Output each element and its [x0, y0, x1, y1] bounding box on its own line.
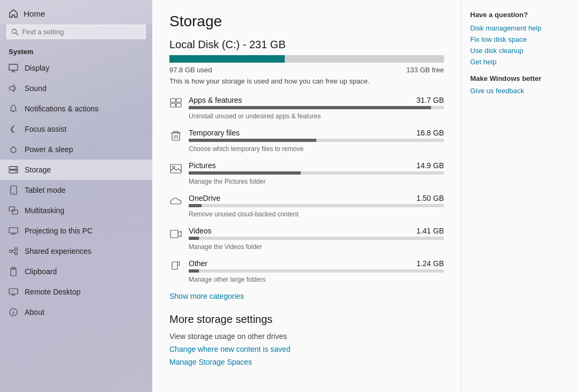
sidebar-item-focus[interactable]: Focus assist — [0, 119, 152, 139]
show-more-categories-link[interactable]: Show more categories — [169, 292, 244, 300]
svg-rect-33 — [170, 99, 175, 102]
svg-line-22 — [12, 250, 15, 251]
sidebar-item-sound-label: Sound — [25, 84, 46, 93]
svg-rect-43 — [170, 164, 181, 173]
sidebar-item-multitasking-label: Multitasking — [25, 206, 64, 215]
sidebar-item-tablet-label: Tablet mode — [25, 186, 65, 194]
clipboard-icon — [9, 267, 18, 276]
sidebar-item-notifications-label: Notifications & actions — [25, 104, 99, 113]
video-icon — [169, 228, 182, 240]
sidebar-item-clipboard-label: Clipboard — [25, 267, 57, 276]
storage-bar-fill — [169, 55, 285, 63]
storage-item-onedrive[interactable]: OneDrive 1.50 GB Remove unused cloud-bac… — [169, 194, 444, 218]
home-icon — [9, 9, 18, 18]
sidebar-item-notifications[interactable]: Notifications & actions — [0, 99, 152, 119]
temp-size: 16.8 GB — [417, 129, 444, 137]
svg-point-11 — [16, 171, 17, 172]
sidebar-item-about[interactable]: About — [0, 302, 152, 322]
sidebar-item-display-label: Display — [25, 64, 49, 72]
search-box[interactable] — [6, 25, 146, 39]
svg-line-29 — [11, 290, 13, 292]
storage-bar-container — [169, 55, 444, 63]
apps-size: 31.7 GB — [417, 96, 444, 104]
sidebar-item-storage-label: Storage — [25, 165, 51, 174]
sidebar-item-remote-label: Remote Desktop — [25, 288, 80, 296]
sidebar-item-display[interactable]: Display — [0, 58, 152, 78]
shared-icon — [9, 246, 18, 256]
svg-point-32 — [13, 310, 14, 311]
storage-item-apps[interactable]: Apps & features 31.7 GB Uninstall unused… — [169, 96, 444, 120]
storage-icon — [9, 165, 18, 175]
sidebar-item-shared[interactable]: Shared experiences — [0, 241, 152, 261]
system-section-label: System — [0, 43, 152, 58]
fix-disk-link[interactable]: Fix low disk space — [470, 35, 570, 43]
videos-size: 1.41 GB — [417, 227, 444, 235]
project-icon — [9, 226, 18, 236]
svg-point-21 — [15, 252, 18, 255]
sidebar-home-label: Home — [24, 9, 45, 18]
pictures-size: 14.9 GB — [417, 161, 444, 170]
right-panel: Have a question? Disk management help Fi… — [461, 0, 579, 392]
give-feedback-link[interactable]: Give us feedback — [470, 87, 570, 95]
other-details: Other 1.24 GB Manage other large folders — [189, 259, 444, 283]
sidebar-item-tablet[interactable]: Tablet mode — [0, 180, 152, 200]
make-better-label: Make Windows better — [470, 74, 570, 82]
sidebar-item-shared-label: Shared experiences — [25, 247, 92, 255]
temp-details: Temporary files 16.8 GB Choose which tem… — [189, 129, 444, 153]
temp-name: Temporary files — [189, 129, 240, 137]
disk-cleanup-link[interactable]: Use disk cleanup — [470, 47, 570, 55]
apps-name: Apps & features — [189, 96, 242, 104]
svg-rect-15 — [12, 210, 18, 214]
svg-rect-16 — [9, 228, 18, 233]
svg-rect-45 — [170, 230, 178, 238]
other-drives-link[interactable]: View storage usage on other drives — [169, 332, 444, 341]
sidebar-item-focus-label: Focus assist — [25, 125, 66, 133]
pictures-icon — [169, 162, 182, 175]
pictures-desc: Manage the Pictures folder — [189, 178, 265, 185]
monitor-icon — [9, 63, 18, 73]
svg-point-13 — [13, 193, 14, 194]
sidebar-item-power[interactable]: Power & sleep — [0, 139, 152, 160]
sidebar-item-power-label: Power & sleep — [25, 145, 73, 154]
storage-item-videos[interactable]: Videos 1.41 GB Manage the Videos folder — [169, 227, 444, 251]
other-name: Other — [189, 259, 207, 268]
get-help-link[interactable]: Get help — [470, 58, 570, 66]
disk-title: Local Disk (C:) - 231 GB — [169, 39, 444, 51]
manage-spaces-link[interactable]: Manage Storage Spaces — [169, 358, 444, 366]
svg-line-1 — [16, 33, 19, 35]
svg-point-6 — [11, 147, 16, 153]
storage-description: This is how your storage is used and how… — [169, 77, 444, 85]
svg-rect-14 — [9, 207, 14, 211]
pictures-name: Pictures — [189, 161, 216, 170]
sound-icon — [9, 84, 18, 93]
disk-management-link[interactable]: Disk management help — [470, 24, 570, 32]
videos-details: Videos 1.41 GB Manage the Videos folder — [189, 227, 444, 251]
sidebar-item-projecting-label: Projecting to this PC — [25, 227, 93, 235]
svg-point-19 — [10, 250, 12, 253]
storage-item-pictures[interactable]: Pictures 14.9 GB Manage the Pictures fol… — [169, 161, 444, 185]
apps-details: Apps & features 31.7 GB Uninstall unused… — [189, 96, 444, 120]
moon-icon — [9, 124, 18, 134]
sidebar-item-remote[interactable]: Remote Desktop — [0, 282, 152, 302]
sidebar: Home System Display Sound Notifications … — [0, 0, 152, 392]
more-settings-title: More storage settings — [169, 313, 444, 326]
storage-item-temp[interactable]: Temporary files 16.8 GB Choose which tem… — [169, 129, 444, 153]
svg-line-23 — [12, 252, 15, 253]
cloud-icon — [169, 195, 182, 208]
sidebar-home[interactable]: Home — [0, 0, 152, 25]
other-desc: Manage other large folders — [189, 276, 265, 283]
change-content-link[interactable]: Change where new content is saved — [169, 345, 444, 353]
search-input[interactable] — [22, 28, 141, 36]
svg-rect-26 — [9, 289, 18, 294]
sidebar-item-clipboard[interactable]: Clipboard — [0, 261, 152, 282]
svg-rect-34 — [176, 99, 181, 102]
sidebar-item-storage[interactable]: Storage — [0, 160, 152, 180]
sidebar-item-sound[interactable]: Sound — [0, 78, 152, 99]
sidebar-item-multitasking[interactable]: Multitasking — [0, 200, 152, 221]
storage-item-other[interactable]: Other 1.24 GB Manage other large folders — [169, 259, 444, 283]
power-icon — [9, 145, 18, 154]
other-size: 1.24 GB — [417, 259, 444, 268]
svg-rect-39 — [174, 131, 178, 133]
sidebar-item-projecting[interactable]: Projecting to this PC — [0, 221, 152, 241]
apps-desc: Uninstall unused or undesired apps & fea… — [189, 112, 321, 120]
